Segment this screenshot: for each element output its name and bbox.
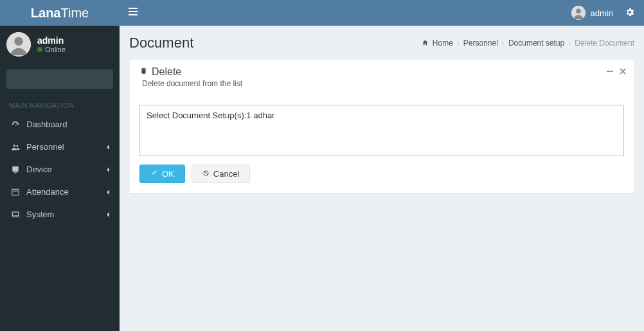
chevron-left-icon [105, 187, 111, 197]
avatar-icon [6, 32, 31, 57]
sidebar-user-panel: admin Online [0, 26, 120, 63]
svg-rect-11 [12, 189, 19, 195]
check-icon [150, 169, 158, 179]
breadcrumb: Home › Personnel › Document setup › Dele… [422, 39, 634, 48]
svg-line-17 [204, 172, 208, 175]
users-icon [11, 143, 22, 152]
chevron-left-icon [105, 142, 111, 152]
settings-icon[interactable] [625, 7, 635, 19]
svg-point-8 [16, 145, 18, 147]
sidebar-user-status: Online [37, 46, 66, 53]
ok-button[interactable]: OK [139, 165, 185, 183]
delete-panel: Delete Delete document from the list Sel… [129, 59, 634, 193]
breadcrumb-link[interactable]: Personnel [463, 39, 498, 48]
sidebar-item-label: Attendance [26, 187, 105, 197]
attendance-icon [11, 188, 22, 197]
svg-point-7 [13, 144, 16, 147]
svg-point-4 [576, 8, 581, 13]
svg-rect-2 [129, 14, 138, 15]
breadcrumb-current: Delete Document [575, 39, 634, 48]
header-user-label: admin [591, 8, 613, 18]
brand-part1: Lana [31, 6, 61, 21]
close-icon[interactable] [620, 66, 626, 76]
device-icon [11, 165, 22, 174]
collapse-icon[interactable] [607, 66, 613, 76]
nav-section-header: MAIN NAVIGATION [0, 95, 120, 113]
panel-title: Delete [139, 66, 624, 78]
svg-rect-0 [129, 8, 138, 9]
brand-part2: Time [60, 6, 89, 21]
svg-rect-10 [14, 172, 17, 173]
avatar-icon [571, 6, 586, 20]
panel-subtitle: Delete document from the list [139, 79, 624, 88]
sidebar-item-dashboard[interactable]: Dashboard [0, 113, 120, 136]
svg-rect-15 [607, 71, 613, 72]
sidebar-item-label: Device [26, 165, 105, 174]
sidebar-user-name: admin [37, 35, 66, 46]
sidebar-search[interactable] [6, 69, 113, 89]
breadcrumb-sep: › [568, 39, 571, 48]
svg-rect-13 [12, 211, 18, 215]
chevron-left-icon [105, 165, 111, 174]
svg-rect-1 [129, 11, 138, 12]
selection-summary: Select Document Setup(s):1 adhar [139, 105, 624, 156]
trash-icon [139, 66, 148, 78]
laptop-icon [11, 210, 22, 219]
sidebar-item-system[interactable]: System [0, 203, 120, 226]
page-title: Document [129, 35, 193, 51]
svg-rect-12 [13, 190, 18, 191]
chevron-left-icon [105, 210, 111, 219]
header-user-menu[interactable]: admin [571, 6, 613, 20]
sidebar-item-label: Personnel [26, 142, 105, 152]
menu-toggle-icon[interactable] [129, 7, 138, 19]
sidebar-item-personnel[interactable]: Personnel [0, 136, 120, 158]
svg-point-6 [14, 37, 22, 46]
home-icon [422, 39, 429, 48]
sidebar-item-attendance[interactable]: Attendance [0, 181, 120, 203]
svg-rect-9 [12, 166, 18, 171]
brand-logo[interactable]: LanaTime [0, 0, 120, 26]
breadcrumb-sep: › [502, 39, 505, 48]
svg-rect-14 [12, 216, 19, 217]
breadcrumb-link[interactable]: Document setup [508, 39, 564, 48]
sidebar-item-device[interactable]: Device [0, 158, 120, 181]
sidebar-item-label: System [26, 210, 105, 219]
breadcrumb-sep: › [457, 39, 460, 48]
sidebar-item-label: Dashboard [26, 120, 111, 129]
dashboard-icon [11, 120, 22, 129]
online-dot-icon [37, 47, 42, 52]
breadcrumb-link[interactable]: Home [433, 39, 453, 48]
cancel-button[interactable]: Cancel [192, 165, 250, 183]
ban-icon [202, 169, 210, 179]
